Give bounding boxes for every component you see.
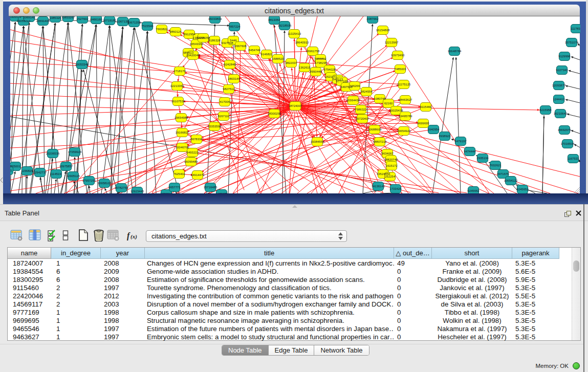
svg-text:19654923: 19654923 [397,129,411,133]
svg-text:9245652: 9245652 [467,189,480,192]
svg-text:9657771: 9657771 [168,186,181,189]
svg-text:12942737: 12942737 [33,171,47,174]
svg-text:2935134: 2935134 [476,157,489,160]
svg-text:9634067: 9634067 [381,152,394,155]
svg-text:62160: 62160 [384,102,393,105]
svg-text:1733426: 1733426 [389,187,402,190]
svg-text:1905571: 1905571 [10,16,21,18]
svg-text:7663822: 7663822 [156,28,168,31]
svg-text:12905115: 12905115 [67,174,80,178]
svg-text:15720407: 15720407 [356,117,369,120]
svg-text:835001: 835001 [10,165,21,168]
svg-text:7632621: 7632621 [489,164,502,167]
svg-text:16107534: 16107534 [171,100,185,103]
svg-text:14136141: 14136141 [372,185,385,188]
svg-text:14914479: 14914479 [191,173,205,177]
svg-text:2069140: 2069140 [23,16,35,19]
svg-text:1615172: 1615172 [385,164,398,167]
svg-text:20053346: 20053346 [75,63,89,66]
svg-text:9242848: 9242848 [224,63,236,66]
svg-text:10853267: 10853267 [61,16,75,19]
svg-text:2803144: 2803144 [228,77,240,80]
svg-text:3824554: 3824554 [360,90,373,93]
svg-text:8678334: 8678334 [190,138,203,141]
svg-text:9777169: 9777169 [336,80,348,83]
svg-text:417006: 417006 [220,100,230,103]
svg-text:18640910: 18640910 [295,41,309,44]
svg-text:10958107: 10958107 [98,182,112,185]
svg-text:10046706: 10046706 [176,146,189,149]
svg-text:114519: 114519 [51,172,61,176]
svg-text:12093877: 12093877 [552,84,566,87]
svg-text:9245652: 9245652 [516,188,529,191]
svg-text:8471676: 8471676 [497,172,509,176]
svg-text:16543362: 16543362 [190,42,204,46]
svg-text:9474444: 9474444 [464,150,476,153]
svg-text:7986322: 7986322 [355,108,367,111]
svg-text:252254: 252254 [385,175,396,178]
svg-text:1167533: 1167533 [568,157,580,160]
svg-text:1678275: 1678275 [215,192,228,193]
svg-text:20364436: 20364436 [346,99,360,102]
svg-text:12213967: 12213967 [385,41,399,44]
svg-text:5446: 5446 [230,39,237,42]
svg-text:16210643: 16210643 [554,112,568,115]
svg-text:10025438: 10025438 [389,109,403,112]
svg-text:6794028: 6794028 [323,68,336,71]
svg-text:17359924: 17359924 [68,150,82,154]
svg-text:16782759: 16782759 [115,186,128,189]
svg-text:10719185: 10719185 [103,19,117,22]
svg-text:9227343: 9227343 [556,69,568,72]
svg-text:1156829: 1156829 [21,169,34,172]
svg-text:7955812: 7955812 [314,57,326,60]
svg-text:8267110: 8267110 [218,115,230,118]
svg-text:746266: 746266 [350,84,360,87]
svg-text:1244413: 1244413 [553,98,565,101]
svg-text:7515546: 7515546 [141,25,154,28]
svg-text:18300295: 18300295 [268,112,281,115]
svg-text:19654985: 19654985 [175,116,188,119]
svg-text:10654122: 10654122 [504,179,518,182]
svg-text:2667608: 2667608 [234,45,247,48]
svg-text:17957255: 17957255 [82,179,96,182]
svg-text:1292344: 1292344 [160,192,172,193]
svg-text:19055713: 19055713 [17,19,31,23]
svg-text:10671355: 10671355 [127,21,141,24]
svg-text:9699695: 9699695 [417,122,429,125]
svg-text:1085326: 1085326 [49,16,61,19]
svg-text:16099489: 16099489 [184,160,198,163]
svg-text:7857224: 7857224 [228,25,241,28]
svg-text:20206536: 20206536 [46,152,60,155]
svg-text:15751074: 15751074 [565,41,579,44]
svg-text:1738235: 1738235 [315,61,327,64]
svg-text:19384554: 19384554 [311,140,324,143]
svg-text:16648784: 16648784 [448,50,462,53]
svg-text:1527602: 1527602 [76,17,89,20]
svg-text:9115460: 9115460 [420,105,432,108]
svg-text:6479197: 6479197 [454,140,467,143]
svg-text:8938923: 8938923 [439,135,451,138]
svg-text:9860124: 9860124 [169,30,182,33]
svg-text:11325419: 11325419 [288,32,301,35]
svg-text:10688609: 10688609 [368,128,382,131]
svg-text:8454749: 8454749 [248,49,260,52]
svg-text:18463627: 18463627 [399,98,412,101]
svg-text:3822037: 3822037 [285,61,297,64]
svg-text:20975857: 20975857 [59,165,73,168]
svg-text:6466160: 6466160 [90,18,102,21]
svg-text:1080748: 1080748 [374,97,386,100]
svg-text:12923445: 12923445 [130,190,144,193]
svg-text:8990448: 8990448 [310,70,322,73]
svg-text:19218506: 19218506 [278,24,292,27]
svg-text:8912954: 8912954 [183,33,195,36]
svg-text:(x): (x) [130,233,137,240]
svg-text:16154808: 16154808 [376,29,390,32]
svg-text:1640954: 1640954 [427,128,440,131]
svg-text:18820746: 18820746 [384,158,398,161]
svg-text:1117831: 1117831 [571,27,580,30]
svg-text:13495789: 13495789 [399,115,412,118]
svg-text:8215958: 8215958 [539,108,552,112]
svg-text:15353594: 15353594 [208,125,222,128]
svg-text:f: f [127,231,130,240]
svg-text:8813054: 8813054 [268,18,280,21]
